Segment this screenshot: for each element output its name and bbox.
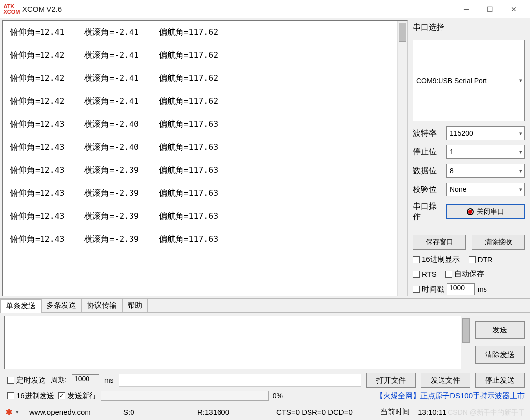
minimize-button[interactable]: ─ (454, 0, 478, 18)
chevron-down-icon: ▾ (519, 168, 522, 174)
parity-select[interactable]: None▾ (446, 183, 525, 196)
chevron-down-icon[interactable]: ▾ (16, 409, 19, 415)
port-section-label: 串口选择 (413, 22, 525, 33)
file-path-input[interactable] (119, 374, 361, 387)
portop-label: 串口操作 (413, 201, 442, 222)
status-signals: CTS=0 DSR=0 DCD=0 (271, 404, 375, 420)
open-file-button[interactable]: 打开文件 (366, 373, 416, 388)
status-received: R:131600 (192, 404, 271, 420)
watermark: CSDN @新手中的新手干 (448, 408, 525, 417)
tab-help[interactable]: 帮助 (122, 299, 148, 312)
period-unit: ms (104, 376, 114, 384)
ms-label: ms (478, 285, 487, 293)
progress-percent: 0% (273, 392, 283, 400)
timed-send-checkbox[interactable]: 定时发送 (7, 376, 46, 385)
send-scrollbar[interactable] (461, 316, 471, 369)
period-input[interactable]: 1000 (72, 374, 99, 386)
send-button[interactable]: 发送 (475, 321, 525, 339)
chevron-down-icon: ▾ (519, 187, 522, 193)
titlebar: ATKXCOM XCOM V2.6 ─ ☐ ✕ (0, 0, 530, 18)
status-url[interactable]: www.openedv.com (29, 408, 91, 416)
clear-send-button[interactable]: 清除发送 (475, 346, 525, 364)
tab-single-send[interactable]: 单条发送 (0, 299, 41, 313)
receive-panel: 俯仰角=12.41 横滚角=-2.41 偏航角=117.62 俯仰角=12.42… (2, 20, 408, 296)
send-newline-checkbox[interactable]: ✓发送新行 (58, 391, 97, 401)
databit-select[interactable]: 8▾ (446, 164, 525, 178)
maximize-button[interactable]: ☐ (478, 0, 502, 18)
port-value: COM9:USB Serial Port (416, 77, 486, 85)
hex-display-checkbox[interactable]: 16进制显示 (413, 255, 460, 264)
baud-label: 波特率 (413, 128, 442, 139)
send-file-button[interactable]: 发送文件 (421, 373, 470, 388)
tab-multi-send[interactable]: 多条发送 (41, 299, 82, 312)
hex-send-checkbox[interactable]: 16进制发送 (7, 391, 54, 401)
timestamp-checkbox[interactable]: 时间戳 (413, 285, 444, 294)
promo-link[interactable]: 【火爆全网】正点原子DS100手持示波器上市 (287, 391, 525, 401)
record-icon (467, 208, 474, 215)
dtr-checkbox[interactable]: DTR (469, 255, 493, 264)
tab-protocol[interactable]: 协议传输 (82, 299, 122, 312)
stopbit-select[interactable]: 1▾ (446, 145, 525, 159)
clear-receive-button[interactable]: 清除接收 (472, 235, 525, 250)
receive-scrollbar[interactable] (398, 21, 407, 296)
side-panel: 串口选择 COM9:USB Serial Port▾ 波特率 115200▾ 停… (408, 18, 530, 298)
stopbit-label: 停止位 (413, 147, 442, 157)
port-select[interactable]: COM9:USB Serial Port▾ (413, 40, 525, 121)
app-icon: ATKXCOM (4, 4, 19, 14)
save-window-button[interactable]: 保存窗口 (413, 235, 466, 250)
status-time: 当前时间 13:10:11 (375, 404, 452, 420)
send-tabs: 单条发送 多条发送 协议传输 帮助 (0, 299, 530, 313)
baud-select[interactable]: 115200▾ (446, 126, 525, 140)
receive-text[interactable]: 俯仰角=12.41 横滚角=-2.41 偏航角=117.62 俯仰角=12.42… (3, 21, 398, 296)
send-text-input[interactable] (4, 316, 471, 369)
timestamp-interval-input[interactable]: 1000 (447, 283, 475, 295)
period-label: 周期: (51, 376, 67, 385)
status-sent: S:0 (118, 404, 192, 420)
databit-label: 数据位 (413, 166, 442, 176)
chevron-down-icon: ▾ (519, 149, 522, 155)
app-window: ATKXCOM XCOM V2.6 ─ ☐ ✕ 俯仰角=12.41 横滚角=-2… (0, 0, 530, 420)
window-title: XCOM V2.6 (22, 5, 62, 13)
close-port-button[interactable]: 关闭串口 (446, 204, 525, 219)
close-button[interactable]: ✕ (502, 0, 526, 18)
progress-bar (101, 391, 269, 401)
autosave-checkbox[interactable]: 自动保存 (445, 269, 484, 279)
parity-label: 校验位 (413, 185, 442, 195)
send-area: 单条发送 多条发送 协议传输 帮助 发送 清除发送 定时发送 周期: 1000 … (0, 298, 530, 404)
chevron-down-icon: ▾ (519, 77, 522, 84)
chevron-down-icon: ▾ (519, 130, 522, 137)
rts-checkbox[interactable]: RTS (413, 270, 437, 278)
gear-icon[interactable]: ✱ (5, 407, 13, 418)
stop-send-button[interactable]: 停止发送 (475, 373, 525, 388)
